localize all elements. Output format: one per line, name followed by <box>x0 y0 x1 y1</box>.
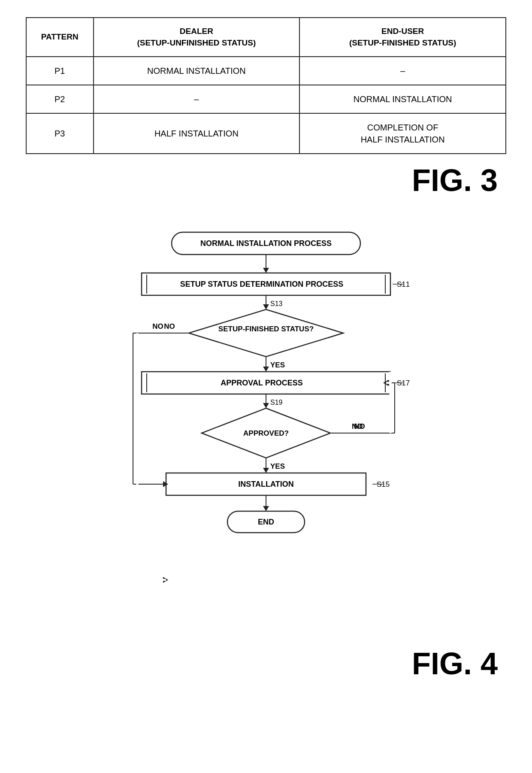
fig3-label: FIG. 3 <box>412 163 498 198</box>
no-label-s13: NO <box>164 322 175 330</box>
no-label-s19: NO <box>352 422 363 430</box>
fig4-flowchart: NORMAL INSTALLATION PROCESS SETUP STATUS… <box>103 224 429 646</box>
s13-text: SETUP-FINISHED STATUS? <box>218 325 314 333</box>
s11-node: SETUP STATUS DETERMINATION PROCESS <box>180 280 344 288</box>
dealer-p3: HALF INSTALLATION <box>94 113 300 154</box>
pattern-p1: P1 <box>26 57 94 85</box>
enduser-p3: COMPLETION OF HALF INSTALLATION <box>299 113 506 154</box>
dealer-p1: NORMAL INSTALLATION <box>94 57 300 85</box>
svg-marker-14 <box>263 367 269 372</box>
fig4-label: FIG. 4 <box>412 646 498 681</box>
enduser-p2: NORMAL INSTALLATION <box>299 85 506 113</box>
table-row: P1 NORMAL INSTALLATION – <box>26 57 506 85</box>
svg-marker-12 <box>163 577 168 583</box>
enduser-p1: – <box>299 57 506 85</box>
s13-diamond <box>189 309 343 357</box>
svg-marker-2 <box>263 268 269 273</box>
header-pattern: PATTERN <box>26 18 94 57</box>
svg-marker-8 <box>263 304 269 309</box>
header-enduser: END-USER (SETUP-FINISHED STATUS) <box>299 18 506 57</box>
fig3-section: PATTERN DEALER (SETUP-UNFINISHED STATUS)… <box>26 17 506 198</box>
dealer-p2: – <box>94 85 300 113</box>
svg-marker-27 <box>263 468 269 473</box>
fig4-svg: NORMAL INSTALLATION PROCESS SETUP STATUS… <box>103 224 429 644</box>
table-row: P3 HALF INSTALLATION COMPLETION OF HALF … <box>26 113 506 154</box>
s19-label: S19 <box>270 399 283 406</box>
s13-label: S13 <box>270 300 283 307</box>
s19-text: APPROVED? <box>243 429 289 437</box>
s17-node: APPROVAL PROCESS <box>221 379 302 387</box>
pattern-p2: P2 <box>26 85 94 113</box>
fig3-table: PATTERN DEALER (SETUP-UNFINISHED STATUS)… <box>26 17 506 154</box>
end-node: END <box>258 518 274 526</box>
svg-marker-31 <box>263 506 269 511</box>
start-node: NORMAL INSTALLATION PROCESS <box>200 239 332 248</box>
table-row: P2 – NORMAL INSTALLATION <box>26 85 506 113</box>
fig3-table-wrapper: PATTERN DEALER (SETUP-UNFINISHED STATUS)… <box>26 17 506 154</box>
pattern-p3: P3 <box>26 113 94 154</box>
header-dealer: DEALER (SETUP-UNFINISHED STATUS) <box>94 18 300 57</box>
yes-label-s13: YES <box>270 361 285 369</box>
fig4-section: NORMAL INSTALLATION PROCESS SETUP STATUS… <box>26 224 506 681</box>
yes-label-s19: YES <box>270 462 285 470</box>
s15-node: INSTALLATION <box>238 480 293 488</box>
svg-marker-20 <box>263 403 269 408</box>
